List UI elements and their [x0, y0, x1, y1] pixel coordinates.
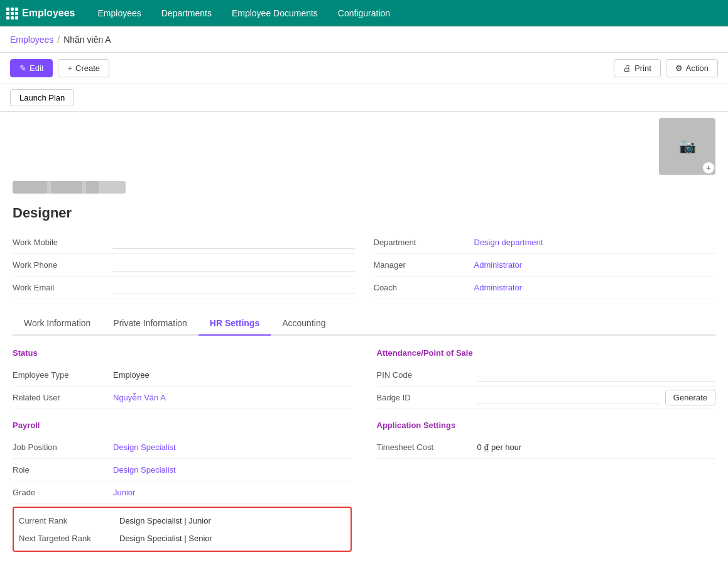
- employee-name: Designer: [13, 200, 715, 231]
- related-user-value[interactable]: Nguyễn Văn A: [113, 393, 352, 402]
- badge-id-area: Generate: [477, 390, 716, 405]
- print-icon: 🖨: [623, 63, 631, 73]
- edit-icon: ✎: [19, 63, 26, 73]
- coach-label: Coach: [374, 283, 474, 292]
- rank-box: Current Rank Design Specialist | Junior …: [13, 507, 352, 552]
- work-email-label: Work Email: [13, 283, 113, 292]
- nav-departments[interactable]: Departments: [151, 0, 222, 26]
- application-section-title: Application Settings: [377, 420, 716, 430]
- current-rank-label: Current Rank: [19, 516, 119, 525]
- app-name: Employees: [22, 8, 75, 19]
- related-user-label: Related User: [13, 393, 113, 402]
- breadcrumb: Employees / Nhân viên A: [0, 26, 728, 53]
- pin-code-label: PIN Code: [377, 370, 477, 380]
- timesheet-cost-row: Timesheet Cost 0 đ per hour: [377, 436, 716, 459]
- work-mobile-label: Work Mobile: [13, 238, 113, 247]
- breadcrumb-current: Nhân viên A: [63, 35, 111, 45]
- timesheet-cost-suffix: per hour: [491, 442, 521, 452]
- timesheet-cost-label: Timesheet Cost: [377, 442, 477, 452]
- nav-items: Employees Departments Employee Documents…: [87, 0, 400, 26]
- employee-type-value: Employee: [113, 370, 352, 380]
- print-button[interactable]: 🖨 Print: [614, 59, 661, 77]
- work-phone-row: Work Phone: [13, 254, 355, 277]
- tab-work-information[interactable]: Work Information: [13, 312, 102, 336]
- launch-plan-button[interactable]: Launch Plan: [10, 89, 74, 106]
- form-right-col: Department Design department Manager Adm…: [374, 231, 716, 299]
- launch-bar: Launch Plan: [0, 84, 728, 112]
- timesheet-cost-value-area: 0 đ per hour: [477, 442, 522, 452]
- create-label: Create: [75, 63, 100, 73]
- work-email-input[interactable]: [113, 282, 355, 294]
- timesheet-cost-amount: 0: [477, 442, 482, 452]
- next-targeted-rank-label: Next Targeted Rank: [19, 534, 119, 543]
- badge-id-input[interactable]: [477, 392, 660, 404]
- right-section: Attendance/Point of Sale PIN Code Badge …: [377, 348, 716, 552]
- nav-configuration[interactable]: Configuration: [328, 0, 400, 26]
- nav-employee-documents[interactable]: Employee Documents: [222, 0, 328, 26]
- blurred-name-block: [13, 181, 126, 194]
- role-value[interactable]: Design Specialist: [113, 465, 352, 475]
- employee-photo[interactable]: 📷 +: [659, 118, 715, 175]
- nav-employees[interactable]: Employees: [87, 0, 151, 26]
- app-logo[interactable]: Employees: [6, 8, 75, 19]
- edit-label: Edit: [30, 63, 43, 73]
- add-photo-icon: +: [703, 162, 714, 173]
- coach-value[interactable]: Administrator: [474, 283, 716, 292]
- grade-value[interactable]: Junior: [113, 488, 352, 497]
- left-section: Status Employee Type Employee Related Us…: [13, 348, 352, 552]
- next-targeted-rank-row: Next Targeted Rank Design Specialist | S…: [19, 529, 345, 547]
- create-button[interactable]: + Create: [58, 59, 109, 77]
- edit-button[interactable]: ✎ Edit: [10, 59, 53, 77]
- payroll-section-title: Payroll: [13, 420, 352, 430]
- manager-value[interactable]: Administrator: [474, 260, 716, 270]
- action-label: Action: [686, 63, 709, 73]
- top-navigation: Employees Employees Departments Employee…: [0, 0, 728, 26]
- grade-row: Grade Junior: [13, 481, 352, 504]
- hr-settings-content: Status Employee Type Employee Related Us…: [13, 336, 715, 564]
- grid-icon: [6, 8, 18, 19]
- form-left-col: Work Mobile Work Phone Work Email: [13, 231, 355, 299]
- photo-area: 📷 +: [13, 112, 715, 181]
- toolbar-right: 🖨 Print ⚙ Action: [614, 59, 718, 77]
- tab-private-information[interactable]: Private Information: [102, 312, 198, 336]
- department-value[interactable]: Design department: [474, 238, 716, 247]
- pin-code-input[interactable]: [477, 369, 716, 382]
- work-mobile-input[interactable]: [113, 236, 355, 249]
- manager-label: Manager: [374, 260, 474, 270]
- badge-id-row: Badge ID Generate: [377, 387, 716, 409]
- related-user-row: Related User Nguyễn Văn A: [13, 387, 352, 409]
- work-phone-input[interactable]: [113, 259, 355, 272]
- grade-label: Grade: [13, 488, 113, 497]
- tab-hr-settings[interactable]: HR Settings: [198, 312, 271, 336]
- tab-accounting[interactable]: Accounting: [271, 312, 337, 336]
- job-position-value[interactable]: Design Specialist: [113, 442, 352, 452]
- toolbar: ✎ Edit + Create 🖨 Print ⚙ Action: [0, 53, 728, 84]
- breadcrumb-parent[interactable]: Employees: [10, 35, 53, 45]
- breadcrumb-separator: /: [57, 35, 60, 45]
- main-content: 📷 + Designer Work Mobile Work Phone Work…: [0, 112, 728, 577]
- hr-top-section: Status Employee Type Employee Related Us…: [13, 348, 715, 552]
- job-position-row: Job Position Design Specialist: [13, 436, 352, 459]
- print-label: Print: [634, 63, 651, 73]
- attendance-section-title: Attendance/Point of Sale: [377, 348, 716, 358]
- next-targeted-rank-value: Design Specialist | Senior: [119, 534, 345, 543]
- employee-type-row: Employee Type Employee: [13, 364, 352, 387]
- toolbar-left: ✎ Edit + Create: [10, 59, 109, 77]
- employee-type-label: Employee Type: [13, 370, 113, 380]
- camera-icon: 📷: [679, 138, 696, 155]
- plus-icon: +: [67, 63, 72, 73]
- status-section-title: Status: [13, 348, 352, 358]
- action-button[interactable]: ⚙ Action: [666, 59, 718, 77]
- gear-icon: ⚙: [675, 63, 683, 73]
- tabs-bar: Work Information Private Information HR …: [13, 312, 715, 336]
- current-rank-row: Current Rank Design Specialist | Junior: [19, 512, 345, 529]
- job-position-label: Job Position: [13, 442, 113, 452]
- timesheet-currency: đ: [484, 442, 489, 452]
- manager-row: Manager Administrator: [374, 254, 716, 277]
- employee-form: Work Mobile Work Phone Work Email Depart…: [13, 231, 715, 299]
- department-row: Department Design department: [374, 231, 716, 254]
- work-email-row: Work Email: [13, 277, 355, 299]
- pin-code-row: PIN Code: [377, 364, 716, 387]
- generate-button[interactable]: Generate: [665, 390, 715, 405]
- role-label: Role: [13, 465, 113, 475]
